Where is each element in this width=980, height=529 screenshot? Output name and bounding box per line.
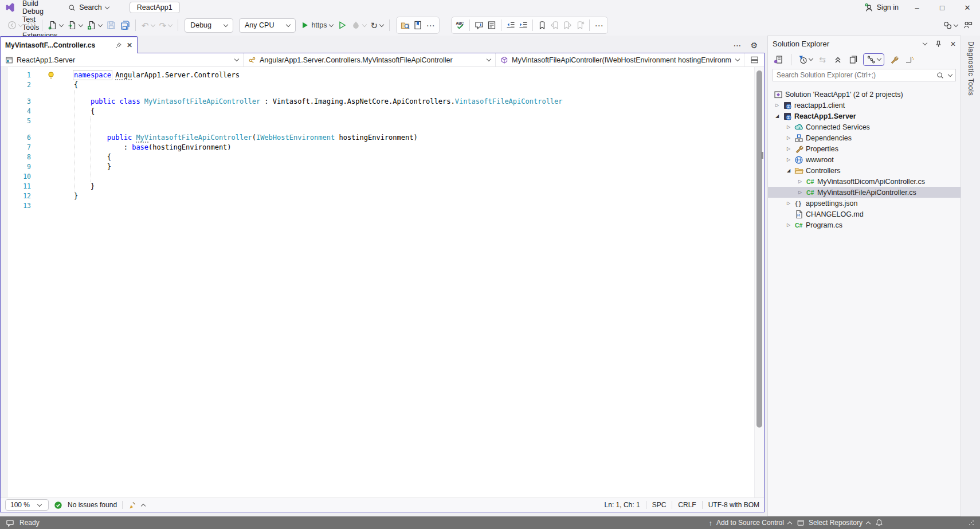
code-editor[interactable]: 1 namespace AngularApp1.Server.Controlle… — [1, 67, 764, 497]
properties-pages-button[interactable] — [848, 53, 859, 66]
save-button[interactable] — [105, 18, 117, 33]
bookmark-clear-button[interactable] — [574, 18, 586, 33]
close-panel-icon[interactable]: ✕ — [950, 40, 956, 48]
search-input[interactable] — [777, 71, 932, 79]
tree-item-connected-services[interactable]: ▷Connected Services — [768, 122, 961, 132]
vertical-scrollbar[interactable] — [754, 67, 764, 497]
indent-decrease-button[interactable] — [504, 18, 517, 33]
code-text[interactable]: namespace AngularApp1.Server.Controllers — [74, 70, 240, 80]
minimize-button[interactable]: – — [904, 0, 930, 15]
collapse-all-button[interactable] — [832, 53, 844, 66]
search-icon[interactable] — [936, 72, 944, 79]
notifications-bell-icon[interactable] — [875, 519, 883, 527]
restart-button[interactable]: ↻ — [369, 18, 386, 33]
tree-item-changelog-md[interactable]: CHANGELOG.md — [768, 209, 961, 220]
settings-gear-icon[interactable]: ⚙ — [750, 41, 758, 49]
preview-selected-items-button[interactable] — [904, 53, 915, 66]
redo-button[interactable]: ↷ — [158, 18, 174, 33]
menu-debug[interactable]: Debug — [17, 7, 62, 15]
expand-arrow-icon[interactable]: ▷ — [784, 135, 793, 140]
open-file-button[interactable] — [66, 18, 84, 33]
lightbulb-icon[interactable] — [46, 71, 56, 80]
new-file-button[interactable] — [46, 18, 65, 33]
feedback-button[interactable] — [962, 18, 974, 33]
code-text[interactable]: { — [74, 152, 111, 162]
switch-views-button[interactable] — [773, 53, 784, 66]
add-to-source-control-button[interactable]: ↑ Add to Source Control — [708, 519, 791, 527]
start-debugging-button[interactable]: https — [299, 18, 334, 33]
hot-reload-button[interactable] — [350, 18, 368, 33]
window-position-chevron-icon[interactable] — [923, 41, 927, 45]
feedback-chat-icon[interactable] — [6, 519, 14, 527]
sync-with-active-document-button[interactable]: ⇆ — [817, 53, 828, 66]
indentation-mode[interactable]: SPC — [652, 501, 667, 509]
bookmark-next-button[interactable] — [561, 18, 574, 33]
pending-changes-filter-button[interactable] — [798, 53, 813, 66]
split-editor-icon[interactable] — [744, 53, 764, 66]
start-without-debugging-button[interactable] — [336, 18, 348, 33]
code-text[interactable]: { — [74, 80, 78, 90]
breadcrumb-class[interactable]: AngularApp1.Server.Controllers.MyVintaso… — [244, 53, 496, 66]
expand-arrow-icon[interactable]: ▷ — [784, 222, 793, 228]
collapse-arrow-icon[interactable]: ◢ — [773, 113, 782, 119]
pin-icon[interactable] — [115, 42, 122, 49]
expand-arrow-icon[interactable]: ▷ — [784, 201, 793, 206]
caret-position[interactable]: Ln: 1, Ch: 1 — [605, 501, 640, 509]
sync-selection-toggle[interactable] — [863, 53, 884, 66]
tree-item-reactapp1-server[interactable]: ◢ReactApp1.Server — [768, 111, 961, 122]
chevron-up-icon[interactable] — [141, 503, 146, 508]
tree-item-wwwroot[interactable]: ▷wwwroot — [768, 154, 961, 165]
toggle-comment-button[interactable] — [473, 18, 485, 33]
live-share-button[interactable] — [941, 18, 959, 33]
properties-button[interactable] — [888, 53, 900, 66]
code-text[interactable]: } — [74, 182, 95, 191]
line-ending[interactable]: CRLF — [678, 501, 696, 509]
locate-in-solution-button[interactable] — [411, 18, 424, 33]
code-text[interactable]: public class MyVintasoftFileApiControlle… — [74, 97, 563, 107]
spell-check-button[interactable]: ABC — [454, 18, 467, 33]
pin-icon[interactable] — [935, 40, 942, 48]
tree-item-program-cs[interactable]: ▷C#Program.cs — [768, 220, 961, 230]
more-ellipsis-button[interactable]: ⋯ — [593, 18, 605, 33]
expand-arrow-icon[interactable]: ▷ — [784, 157, 793, 162]
expand-arrow-icon[interactable]: ▷ — [795, 179, 805, 184]
bookmark-toggle-button[interactable] — [536, 18, 548, 33]
indent-increase-button[interactable] — [517, 18, 530, 33]
breadcrumb-project[interactable]: ReactApp1.Server — [1, 53, 244, 66]
menu-build[interactable]: Build — [17, 0, 62, 7]
tree-item-myvintasoftfileapicontroller-cs[interactable]: ▷C#MyVintasoftFileApiController.cs — [768, 187, 961, 198]
bookmark-prev-button[interactable] — [548, 18, 561, 33]
tree-item-controllers[interactable]: ◢Controllers — [768, 165, 961, 176]
more-ellipsis-button[interactable]: ⋯ — [424, 18, 437, 33]
chevron-down-icon[interactable] — [948, 72, 952, 76]
expand-arrow-icon[interactable]: ▷ — [784, 146, 793, 151]
issues-status[interactable]: No issues found — [68, 501, 117, 509]
code-text[interactable]: { — [74, 107, 95, 116]
collapse-arrow-icon[interactable]: ◢ — [784, 168, 793, 173]
nav-back-button[interactable] — [6, 18, 24, 33]
uncomment-button[interactable] — [485, 18, 498, 33]
select-repository-button[interactable]: Select Repository — [797, 519, 870, 527]
tree-item-myvintasoftdicomapicontroller-cs[interactable]: ▷C#MyVintasoftDicomApiController.cs — [768, 176, 961, 187]
file-encoding[interactable]: UTF-8 with BOM — [708, 501, 759, 509]
launch-profile-box[interactable]: ReactApp1 — [130, 2, 180, 13]
tree-item-dependencies[interactable]: ▷Dependencies — [768, 132, 961, 143]
breadcrumb-member[interactable]: MyVintasoftFileApiController(IWebHostEnv… — [496, 53, 744, 66]
solution-search-box[interactable] — [773, 69, 956, 81]
tree-item-properties[interactable]: ▷Properties — [768, 143, 961, 154]
nav-forward-button[interactable] — [25, 18, 38, 33]
search-menu[interactable]: Search — [62, 0, 115, 15]
find-in-files-button[interactable] — [399, 18, 411, 33]
resize-grip[interactable] — [969, 520, 974, 526]
expand-arrow-icon[interactable]: ▷ — [795, 190, 805, 195]
expand-arrow-icon[interactable]: ▷ — [773, 103, 782, 108]
code-cleanup-broom-icon[interactable] — [128, 501, 136, 510]
undo-button[interactable]: ↶ — [140, 18, 156, 33]
scrollbar-thumb[interactable] — [756, 70, 762, 428]
add-item-button[interactable] — [85, 18, 104, 33]
expand-arrow-icon[interactable]: ▷ — [784, 124, 793, 130]
tree-item-appsettings-json[interactable]: ▷{ }appsettings.json — [768, 198, 961, 209]
code-text[interactable]: public MyVintasoftFileApiController(IWeb… — [74, 133, 418, 143]
code-text[interactable]: : base(hostingEnvironment) — [74, 143, 232, 152]
maximize-button[interactable]: □ — [930, 0, 955, 15]
